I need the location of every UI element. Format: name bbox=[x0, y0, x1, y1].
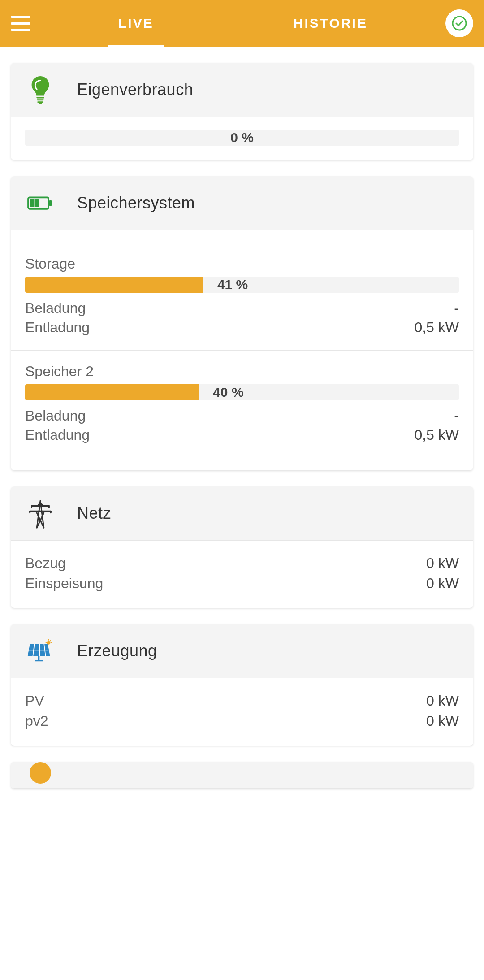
card-header: Speichersystem bbox=[11, 176, 473, 230]
storage-block-1: Speicher 2 40 % Beladung - Entladung 0,5… bbox=[11, 350, 473, 456]
svg-rect-7 bbox=[30, 199, 35, 207]
progress-label: 0 % bbox=[25, 130, 459, 145]
svg-rect-11 bbox=[51, 642, 52, 643]
card-self-consumption: Eigenverbrauch 0 % bbox=[11, 63, 473, 160]
card-header bbox=[11, 762, 473, 789]
bulb-icon bbox=[25, 74, 56, 105]
svg-point-9 bbox=[47, 641, 50, 645]
svg-point-19 bbox=[30, 762, 51, 784]
app-header: LIVE HISTORIE bbox=[0, 0, 484, 47]
card-title: Eigenverbrauch bbox=[77, 80, 193, 99]
content-scroll[interactable]: Eigenverbrauch 0 % Speichersystem bbox=[0, 47, 484, 799]
row-label: Beladung bbox=[25, 300, 86, 317]
progress-fill bbox=[25, 384, 199, 400]
row-value: 0,5 kW bbox=[414, 427, 459, 443]
row-value: - bbox=[454, 408, 459, 424]
storage-name: Storage bbox=[25, 256, 459, 272]
check-circle-icon bbox=[451, 15, 467, 31]
card-generation: Erzeugung PV 0 kW pv2 0 kW bbox=[11, 624, 473, 746]
storage-row: Beladung - bbox=[25, 408, 459, 424]
card-title: Erzeugung bbox=[77, 642, 157, 660]
status-ok-button[interactable] bbox=[445, 9, 473, 37]
svg-rect-6 bbox=[49, 200, 52, 206]
row-value: - bbox=[454, 300, 459, 317]
self-consumption-progress: 0 % bbox=[25, 130, 459, 146]
unknown-icon bbox=[25, 762, 56, 788]
tab-history[interactable]: HISTORIE bbox=[283, 0, 378, 47]
row-value: 0 kW bbox=[426, 575, 459, 592]
card-header: Eigenverbrauch bbox=[11, 63, 473, 117]
tab-bar: LIVE HISTORIE bbox=[48, 0, 437, 47]
card-body: 0 % bbox=[11, 117, 473, 160]
row-label: Bezug bbox=[25, 555, 66, 572]
storage-block-0: Storage 41 % Beladung - Entladung 0,5 kW bbox=[11, 243, 473, 348]
card-title: Netz bbox=[77, 504, 111, 523]
svg-point-0 bbox=[453, 17, 466, 30]
svg-rect-1 bbox=[36, 97, 44, 99]
row-label: PV bbox=[25, 693, 44, 709]
svg-rect-2 bbox=[37, 99, 44, 100]
row-label: Beladung bbox=[25, 408, 86, 424]
row-label: pv2 bbox=[25, 713, 48, 729]
generation-row: pv2 0 kW bbox=[25, 711, 459, 731]
svg-rect-12 bbox=[50, 640, 51, 642]
battery-icon bbox=[25, 188, 56, 218]
svg-rect-3 bbox=[37, 101, 43, 103]
generation-row: PV 0 kW bbox=[25, 691, 459, 711]
card-partial-next bbox=[11, 762, 473, 789]
card-body: Storage 41 % Beladung - Entladung 0,5 kW bbox=[11, 230, 473, 470]
row-value: 0,5 kW bbox=[414, 319, 459, 336]
card-body: PV 0 kW pv2 0 kW bbox=[11, 678, 473, 746]
row-value: 0 kW bbox=[426, 693, 459, 709]
progress-label: 40 % bbox=[213, 385, 243, 400]
power-tower-icon bbox=[25, 498, 56, 529]
storage-progress: 41 % bbox=[25, 277, 459, 293]
svg-rect-13 bbox=[46, 642, 47, 643]
storage-progress: 40 % bbox=[25, 384, 459, 400]
svg-rect-8 bbox=[35, 199, 39, 207]
card-header: Erzeugung bbox=[11, 624, 473, 678]
storage-name: Speicher 2 bbox=[25, 363, 459, 380]
card-storage: Speichersystem Storage 41 % Beladung - E… bbox=[11, 176, 473, 470]
tab-live[interactable]: LIVE bbox=[108, 0, 164, 47]
storage-row: Entladung 0,5 kW bbox=[25, 427, 459, 443]
progress-label: 41 % bbox=[217, 277, 248, 292]
svg-rect-4 bbox=[39, 103, 42, 104]
grid-row: Einspeisung 0 kW bbox=[25, 573, 459, 594]
row-value: 0 kW bbox=[426, 713, 459, 729]
card-title: Speichersystem bbox=[77, 194, 195, 212]
row-value: 0 kW bbox=[426, 555, 459, 572]
card-header: Netz bbox=[11, 486, 473, 541]
grid-row: Bezug 0 kW bbox=[25, 553, 459, 573]
progress-fill bbox=[25, 277, 203, 293]
row-label: Entladung bbox=[25, 319, 90, 336]
row-label: Einspeisung bbox=[25, 575, 103, 592]
card-grid: Netz Bezug 0 kW Einspeisung 0 kW bbox=[11, 486, 473, 608]
menu-button[interactable] bbox=[11, 16, 30, 31]
storage-row: Entladung 0,5 kW bbox=[25, 319, 459, 336]
row-label: Entladung bbox=[25, 427, 90, 443]
card-body: Bezug 0 kW Einspeisung 0 kW bbox=[11, 541, 473, 608]
svg-rect-10 bbox=[48, 639, 49, 640]
solar-panel-icon bbox=[25, 636, 56, 666]
storage-row: Beladung - bbox=[25, 300, 459, 317]
